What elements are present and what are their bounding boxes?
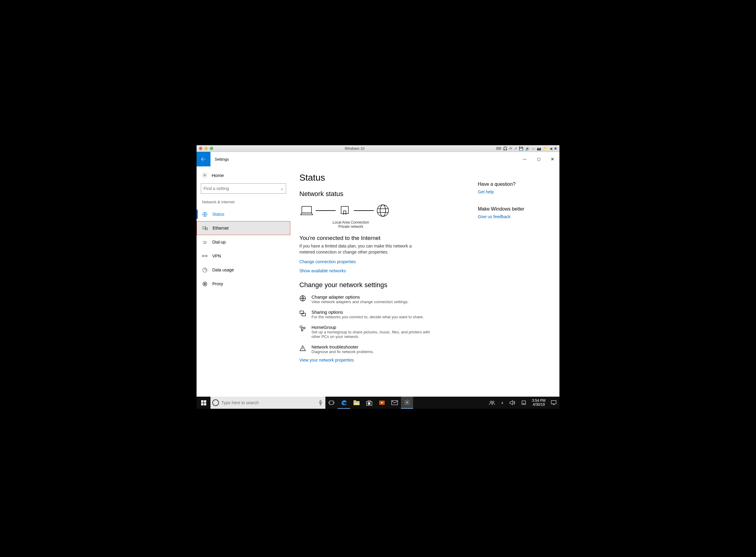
vm-icon-camera-icon[interactable]: 📷 <box>537 146 541 151</box>
vm-icon-folder-icon[interactable]: 📁 <box>543 146 548 151</box>
taskbar-store[interactable] <box>363 397 376 409</box>
view-network-properties-link[interactable]: View your network properties <box>300 358 469 362</box>
taskbar-settings[interactable] <box>401 397 413 409</box>
taskbar-file-explorer[interactable] <box>350 397 363 409</box>
svg-rect-30 <box>353 402 359 403</box>
give-feedback-link[interactable]: Give us feedback <box>478 214 541 219</box>
change-adapter-options[interactable]: Change adapter options View network adap… <box>300 294 469 304</box>
nav-datausage[interactable]: Data usage <box>196 263 290 277</box>
vm-icon-refresh-icon[interactable]: ⟳ <box>509 146 512 151</box>
network-status-heading: Network status <box>300 190 469 198</box>
network-profile: Private network <box>300 225 402 229</box>
vm-icon-keyboard-icon[interactable]: ⌨ <box>496 146 501 151</box>
svg-rect-13 <box>344 211 346 214</box>
nav-status[interactable]: Status <box>196 207 290 221</box>
settings-search[interactable]: ⌕ <box>201 183 286 194</box>
home-label: Home <box>212 173 224 178</box>
taskbar-mail[interactable] <box>388 397 401 409</box>
vm-icon-gear-icon[interactable]: ✱ <box>554 146 557 151</box>
taskbar-clock[interactable]: 3:54 PM 4/30/19 <box>530 399 548 407</box>
option-title: Network troubleshooter <box>312 344 374 349</box>
mac-fullscreen[interactable] <box>210 147 213 150</box>
svg-point-19 <box>300 326 302 328</box>
option-desc: For the networks you connect to, decide … <box>312 315 424 319</box>
sharing-options[interactable]: Sharing options For the networks you con… <box>300 310 469 319</box>
vm-icon-window-icon[interactable]: ▭ <box>532 146 535 151</box>
computer-icon <box>300 205 314 216</box>
gear-icon <box>202 172 208 178</box>
taskbar: ∧ 3:54 PM 4/30/19 <box>196 397 560 409</box>
back-button[interactable] <box>196 152 211 167</box>
svg-rect-32 <box>368 402 369 403</box>
start-button[interactable] <box>196 397 211 409</box>
svg-point-15 <box>380 205 385 216</box>
nav-vpn[interactable]: VPN <box>196 249 290 263</box>
svg-rect-27 <box>329 401 333 405</box>
internet-globe-icon <box>376 205 390 216</box>
nav-ethernet[interactable]: Ethernet <box>196 221 290 235</box>
taskbar-video[interactable] <box>376 397 388 409</box>
change-settings-heading: Change your network settings <box>300 281 469 289</box>
tray-network-icon[interactable] <box>518 400 530 405</box>
nav-label: Status <box>212 212 224 216</box>
get-help-link[interactable]: Get help <box>478 189 541 194</box>
nav-label: Dial-up <box>212 240 226 244</box>
option-title: Sharing options <box>312 310 424 315</box>
people-icon[interactable] <box>486 400 498 405</box>
app-titlebar: Settings — ▢ ✕ <box>196 152 560 167</box>
option-desc: View network adapters and change connect… <box>312 299 409 304</box>
action-center-icon[interactable] <box>548 400 560 405</box>
svg-point-0 <box>204 175 206 176</box>
change-connection-properties-link[interactable]: Change connection properties <box>300 259 469 264</box>
homegroup-option[interactable]: HomeGroup Set up a homegroup to share pi… <box>300 325 469 339</box>
nav-proxy[interactable]: Proxy <box>196 277 290 291</box>
svg-point-8 <box>206 255 208 257</box>
svg-point-39 <box>406 402 408 403</box>
mic-icon[interactable] <box>316 400 325 405</box>
warning-icon <box>300 344 307 352</box>
window-close-button[interactable]: ✕ <box>545 152 560 167</box>
nav-label: Proxy <box>212 282 223 286</box>
show-available-networks-link[interactable]: Show available networks <box>300 268 469 273</box>
network-diagram <box>300 205 390 216</box>
svg-point-7 <box>202 255 204 257</box>
dialup-icon <box>202 240 208 244</box>
svg-rect-23 <box>204 400 206 403</box>
tray-chevron-icon[interactable]: ∧ <box>498 401 506 405</box>
window-minimize-button[interactable]: — <box>518 152 532 167</box>
cortana-input[interactable] <box>221 400 316 405</box>
adapter-icon <box>300 294 307 302</box>
svg-rect-33 <box>369 402 370 403</box>
svg-rect-29 <box>353 400 356 402</box>
nav-dialup[interactable]: Dial-up <box>196 235 290 249</box>
taskbar-edge[interactable] <box>338 397 350 409</box>
nav-label: VPN <box>212 254 221 258</box>
window-maximize-button[interactable]: ▢ <box>532 152 545 167</box>
task-view-button[interactable] <box>325 397 338 409</box>
option-title: HomeGroup <box>312 325 439 330</box>
help-sidebar: Have a question? Get help Make Windows b… <box>469 172 541 397</box>
mac-close[interactable] <box>199 147 202 150</box>
svg-point-40 <box>490 401 492 403</box>
svg-point-41 <box>492 401 494 403</box>
tray-volume-icon[interactable] <box>506 400 518 405</box>
mac-minimize[interactable] <box>204 147 208 150</box>
svg-point-14 <box>377 205 388 216</box>
option-desc: Diagnose and fix network problems. <box>312 349 374 354</box>
svg-rect-42 <box>522 401 526 404</box>
svg-point-20 <box>304 327 306 329</box>
svg-rect-22 <box>201 400 203 403</box>
vm-icon-collapse-icon[interactable]: ◀ <box>549 146 552 151</box>
vm-icon-sound-icon[interactable]: 🔊 <box>525 146 530 151</box>
data-usage-icon <box>202 267 208 273</box>
proxy-icon <box>202 282 208 287</box>
home-button[interactable]: Home <box>196 170 290 181</box>
settings-search-input[interactable] <box>203 186 281 191</box>
vm-icon-share-icon[interactable]: ↗ <box>514 146 517 151</box>
network-troubleshooter-option[interactable]: Network troubleshooter Diagnose and fix … <box>300 344 469 354</box>
vm-icon-save-icon[interactable]: 💾 <box>519 146 524 151</box>
vm-menu-icons: ⌨ 🎧 ⟳ ↗ 💾 🔊 ▭ 📷 📁 ◀ ✱ <box>496 146 557 151</box>
cortana-search[interactable] <box>211 397 325 409</box>
vm-icon-audio-icon[interactable]: 🎧 <box>503 146 507 151</box>
svg-rect-43 <box>551 401 556 404</box>
